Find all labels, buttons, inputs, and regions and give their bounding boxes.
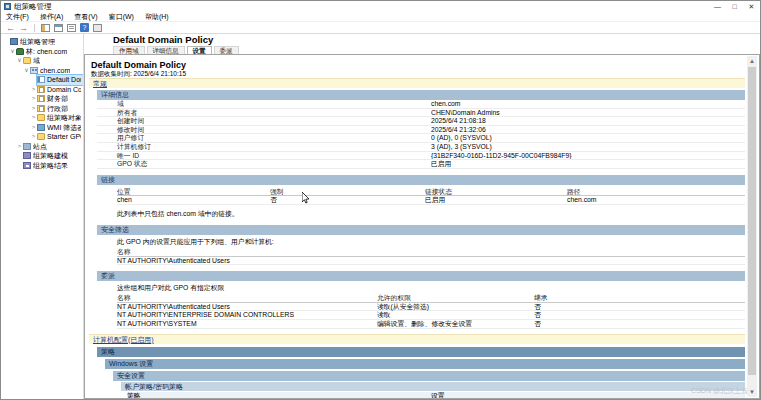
modeling-icon xyxy=(23,152,31,159)
maximize-button[interactable]: □ xyxy=(726,1,743,12)
ou-icon xyxy=(37,86,45,93)
data-collected-timestamp: 数据收集时间: 2025/6/4 21:10:15 xyxy=(91,70,745,77)
section-general: 常规 xyxy=(89,78,745,88)
domain-icon xyxy=(30,67,38,74)
tab-scope[interactable]: 作用域 xyxy=(113,46,145,54)
section-windows-settings[interactable]: Windows 设置 xyxy=(105,359,745,369)
chevron-right-icon[interactable]: > xyxy=(16,142,23,152)
delegation-description: 这些组和用户对此 GPO 有指定权限 xyxy=(117,284,745,292)
properties-icon[interactable] xyxy=(67,24,76,32)
tree-item-domain-chen[interactable]: ∨chen.com xyxy=(1,66,83,76)
tree-item-label: 林: chen.com xyxy=(26,47,67,57)
menu-help[interactable]: 帮助(H) xyxy=(145,12,169,22)
help-icon[interactable]: ? xyxy=(80,23,89,32)
tree-item-wmi-filters[interactable]: >WMI 筛选器 xyxy=(1,123,83,133)
detail-row: 所有者CHEN\Domain Admins xyxy=(97,109,745,118)
export-list-icon[interactable] xyxy=(54,24,63,32)
console-icon xyxy=(10,38,18,45)
tree-item-forest[interactable]: ∨林: chen.com xyxy=(1,47,83,57)
tree-item-finance-ou[interactable]: >财务部 xyxy=(1,94,83,104)
scroll-down-icon[interactable]: ▼ xyxy=(747,387,757,397)
tab-details[interactable]: 详细信息 xyxy=(147,46,185,54)
tree-item-label: 站点 xyxy=(33,142,47,152)
tree-item-domain-controllers[interactable]: >Domain Controllers xyxy=(1,85,83,95)
console-tree-toggle-icon[interactable] xyxy=(41,24,50,32)
detail-row: GPO 状态已启用 xyxy=(97,160,745,169)
chevron-down-icon[interactable]: ∨ xyxy=(23,66,30,76)
window-title: 组策略管理 xyxy=(14,2,709,12)
tree-item-default-domain-policy[interactable]: Default Domain Policy xyxy=(1,75,83,85)
chevron-right-icon[interactable]: > xyxy=(30,85,37,95)
chevron-right-icon[interactable]: > xyxy=(30,104,37,114)
computer-config-link[interactable]: 计算机配置(已启用) xyxy=(93,336,154,343)
chevron-right-icon[interactable]: > xyxy=(30,113,37,123)
scrollbar-thumb[interactable] xyxy=(748,67,756,375)
tree-item-label: Domain Controllers xyxy=(47,85,81,95)
tree-item-label: Default Domain Policy xyxy=(47,75,81,85)
tree-item-gpo-objects[interactable]: >组策略对象 xyxy=(1,113,83,123)
gpmc-window: 组策略管理 — □ ✕ 文件(F) 操作(A) 查看(V) 窗口(W) 帮助(H… xyxy=(0,0,761,400)
section-details-header[interactable]: 详细信息 xyxy=(97,90,745,100)
chevron-right-icon[interactable]: > xyxy=(30,94,37,104)
toolbar: ← → ? xyxy=(1,22,760,34)
tab-settings[interactable]: 设置 xyxy=(187,46,212,54)
console-tree: 组策略管理 ∨林: chen.com ∨域 ∨chen.com Default … xyxy=(1,34,84,399)
chevron-right-icon[interactable]: > xyxy=(30,132,37,142)
menu-window[interactable]: 窗口(W) xyxy=(109,12,134,22)
new-window-icon[interactable] xyxy=(93,24,102,32)
policy-table-header: 策略 设置 xyxy=(127,392,745,399)
chevron-right-icon[interactable]: > xyxy=(30,123,37,133)
close-button[interactable]: ✕ xyxy=(743,1,760,12)
sites-icon xyxy=(23,143,31,150)
tree-item-starter-gpo[interactable]: >Starter GPO xyxy=(1,132,83,142)
chevron-down-icon[interactable]: ∨ xyxy=(9,47,16,57)
tree-item-label: 组策略管理 xyxy=(20,37,55,47)
detail-row: 创建时间2025/6/4 21:08:18 xyxy=(97,117,745,126)
section-security-filtering-header[interactable]: 安全筛选 xyxy=(97,225,745,235)
security-filtering-table: 名称 NT AUTHORITY\Authenticated Users xyxy=(117,248,745,265)
section-delegation-header[interactable]: 委派 xyxy=(97,271,745,281)
minimize-button[interactable]: — xyxy=(709,1,726,12)
csdn-watermark: CSDN @北汉上云 xyxy=(691,386,748,396)
section-account-password-policy[interactable]: 帐户策略/密码策略 xyxy=(121,382,745,391)
chevron-down-icon[interactable]: ∨ xyxy=(16,56,23,66)
detail-row: 修改时间2025/6/4 21:32:06 xyxy=(97,126,745,135)
tree-item-gpmc-root[interactable]: 组策略管理 xyxy=(1,37,83,47)
folder-icon xyxy=(37,133,45,140)
tree-item-label: 组策略结果 xyxy=(33,161,68,171)
menu-file[interactable]: 文件(F) xyxy=(6,12,29,22)
tree-item-label: 行政部 xyxy=(47,104,68,114)
forward-arrow-icon[interactable]: → xyxy=(19,23,28,33)
tree-item-label: 域 xyxy=(33,56,40,66)
section-security-settings[interactable]: 安全设置 xyxy=(113,371,745,381)
tree-item-label: Starter GPO xyxy=(47,132,81,142)
tree-item-label: WMI 筛选器 xyxy=(47,123,81,133)
section-links-header[interactable]: 链接 xyxy=(97,175,745,185)
links-table-header: 位置 强制 链接状态 路径 xyxy=(117,188,745,197)
scroll-up-icon[interactable]: ▲ xyxy=(747,56,757,66)
section-policies[interactable]: 策略 xyxy=(97,347,745,357)
tree-item-domains[interactable]: ∨域 xyxy=(1,56,83,66)
general-link[interactable]: 常规 xyxy=(93,80,107,87)
mouse-cursor xyxy=(302,190,310,208)
section-computer-config: 计算机配置(已启用) xyxy=(89,334,745,344)
vertical-scrollbar[interactable]: ▲ ▼ xyxy=(747,56,757,397)
folder-icon xyxy=(37,114,45,121)
tree-item-label: 组策略建模 xyxy=(33,151,68,161)
detail-row: 域chen.com xyxy=(97,100,745,109)
tree-item-gp-modeling[interactable]: 组策略建模 xyxy=(1,151,83,161)
toolbar-separator xyxy=(34,24,35,32)
links-table: 位置 强制 链接状态 路径 chen 否 已启用 chen.com xyxy=(117,188,745,205)
detail-row: 用户修订0 (AD), 0 (SYSVOL) xyxy=(97,134,745,143)
report-title: Default Domain Policy xyxy=(91,60,745,70)
menu-view[interactable]: 查看(V) xyxy=(74,12,97,22)
tree-item-admin-ou[interactable]: >行政部 xyxy=(1,104,83,114)
back-arrow-icon[interactable]: ← xyxy=(6,23,15,33)
tree-item-sites[interactable]: >站点 xyxy=(1,142,83,152)
tree-item-gp-results[interactable]: 组策略结果 xyxy=(1,161,83,171)
security-filtering-description: 此 GPO 内的设置只能应用于下列组、用户和计算机: xyxy=(117,238,745,246)
tab-delegation[interactable]: 委派 xyxy=(214,46,239,54)
app-icon xyxy=(4,3,11,10)
menu-action[interactable]: 操作(A) xyxy=(40,12,63,22)
table-row: NT AUTHORITY\ENTERPRISE DOMAIN CONTROLLE… xyxy=(117,311,745,320)
